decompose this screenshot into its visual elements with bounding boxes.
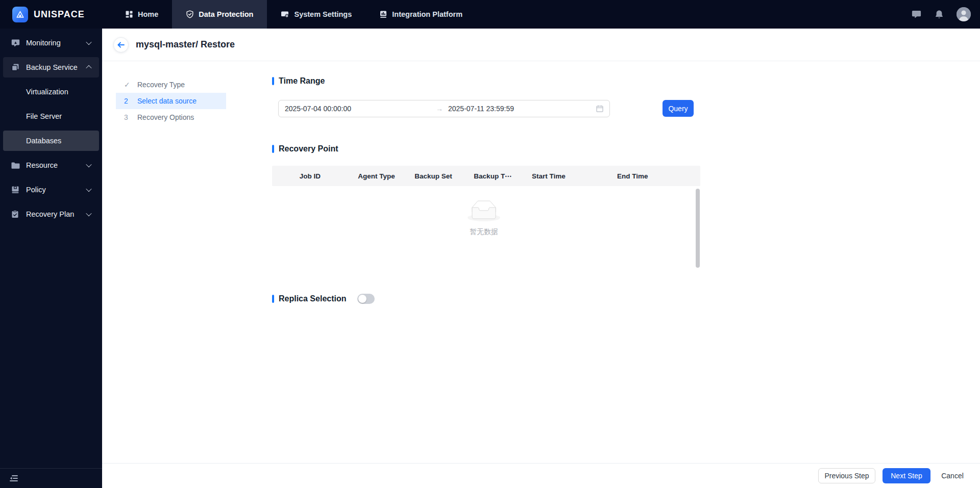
tab-integration-platform-label: Integration Platform <box>392 10 462 18</box>
recovery-point-section-title: Recovery Point <box>272 144 338 153</box>
wizard-footer: Previous Step Next Step Cancel <box>102 463 980 488</box>
column-header-backup-set: Backup Set <box>405 172 462 180</box>
empty-inbox-icon <box>468 200 500 223</box>
step-label: Recovery Type <box>137 81 185 89</box>
sidebar-item-label: Databases <box>26 137 93 145</box>
section-title-text: Recovery Point <box>279 144 338 153</box>
chevron-down-icon <box>86 211 91 216</box>
sidebar-item-file-server[interactable]: File Server <box>3 106 99 126</box>
chevron-up-icon <box>86 65 91 71</box>
tab-data-protection[interactable]: Data Protection <box>172 0 267 29</box>
query-button[interactable]: Query <box>663 100 694 117</box>
chat-icon[interactable] <box>911 9 922 19</box>
folder-icon <box>11 162 20 169</box>
replica-toggle-switch[interactable] <box>357 294 375 304</box>
shield-check-icon <box>186 10 194 18</box>
tab-integration-platform[interactable]: Integration Platform <box>365 0 476 29</box>
step-label: Select data source <box>137 97 197 105</box>
step-recovery-options[interactable]: 3 Recovery Options <box>116 109 226 125</box>
sidebar-item-label: Recovery Plan <box>26 210 87 218</box>
sidebar-item-label: Resource <box>26 161 87 169</box>
range-end-value[interactable]: 2025-07-11 23:59:59 <box>447 105 596 113</box>
check-icon: ✓ <box>124 81 137 89</box>
wizard-steps: ✓ Recovery Type 2 Select data source 3 R… <box>116 76 226 125</box>
arrow-right-icon: → <box>432 105 447 113</box>
user-avatar[interactable] <box>957 7 971 21</box>
sidebar-item-monitoring[interactable]: Monitoring <box>3 33 99 53</box>
column-header-backup-type: Backup T⋯ <box>462 172 524 180</box>
chevron-down-icon <box>86 162 91 167</box>
top-nav-tabs: Home Data Protection System Settings Int… <box>111 0 476 29</box>
mountain-logo-icon <box>12 7 28 22</box>
section-title-text: Time Range <box>279 76 325 86</box>
chevron-down-icon <box>86 186 91 192</box>
empty-text: 暂无数据 <box>272 227 696 237</box>
monitor-settings-icon <box>281 10 289 18</box>
step-select-data-source[interactable]: 2 Select data source <box>116 93 226 109</box>
grid-icon <box>125 10 133 18</box>
empty-state: 暂无数据 <box>272 200 696 237</box>
sidebar-item-label: Virtualization <box>26 88 93 96</box>
section-marker <box>272 295 274 303</box>
column-header-job-id: Job ID <box>272 172 348 180</box>
next-step-button[interactable]: Next Step <box>883 468 930 483</box>
sidebar-item-label: Monitoring <box>26 39 87 47</box>
back-button[interactable] <box>113 37 129 53</box>
column-header-end-time: End Time <box>609 172 696 180</box>
tab-system-settings[interactable]: System Settings <box>267 0 365 29</box>
sidebar-item-label: File Server <box>26 112 93 120</box>
app-root: UNISPACE Home Data Protection System Set… <box>0 0 980 488</box>
toggle-knob <box>358 295 366 303</box>
sidebar-item-resource[interactable]: Resource <box>3 155 99 175</box>
range-start-value[interactable]: 2025-07-04 00:00:00 <box>279 105 432 113</box>
sidebar-item-virtualization[interactable]: Virtualization <box>3 82 99 102</box>
sidebar-item-databases[interactable]: Databases <box>3 131 99 151</box>
sidebar: Monitoring Backup Service Virtualization… <box>0 29 102 488</box>
top-navbar: UNISPACE Home Data Protection System Set… <box>0 0 980 29</box>
sidebar-footer <box>0 468 102 488</box>
bar-chart-icon <box>379 10 387 18</box>
content: ✓ Recovery Type 2 Select data source 3 R… <box>102 61 980 463</box>
tab-data-protection-label: Data Protection <box>199 10 253 18</box>
table-scrollbar[interactable] <box>696 189 700 268</box>
step-recovery-type[interactable]: ✓ Recovery Type <box>116 76 226 93</box>
save-icon <box>11 186 20 194</box>
tab-system-settings-label: System Settings <box>294 10 352 18</box>
arrow-left-icon <box>117 41 125 48</box>
time-range-section-title: Time Range <box>272 76 325 86</box>
previous-step-button[interactable]: Previous Step <box>818 468 875 483</box>
column-header-start-time: Start Time <box>524 172 609 180</box>
clipboard-check-icon <box>11 210 20 218</box>
sidebar-menu: Monitoring Backup Service Virtualization… <box>0 29 102 226</box>
recovery-point-table: Job ID Agent Type Backup Set Backup T⋯ S… <box>272 166 700 271</box>
tab-home[interactable]: Home <box>111 0 172 29</box>
copy-icon <box>11 63 20 71</box>
section-marker <box>272 145 274 153</box>
table-body: 暂无数据 <box>272 186 700 271</box>
tab-home-label: Home <box>138 10 158 18</box>
sidebar-item-label: Policy <box>26 186 87 194</box>
chevron-down-icon <box>86 39 91 45</box>
step-number: 2 <box>124 97 137 105</box>
sidebar-item-policy[interactable]: Policy <box>3 179 99 200</box>
calendar-icon <box>596 105 609 112</box>
step-number: 3 <box>124 113 137 121</box>
bell-icon[interactable] <box>935 10 944 19</box>
topbar-actions <box>911 0 980 29</box>
step-label: Recovery Options <box>137 113 194 121</box>
sidebar-item-backup-service[interactable]: Backup Service <box>3 57 99 78</box>
sidebar-item-recovery-plan[interactable]: Recovery Plan <box>3 204 99 224</box>
brand: UNISPACE <box>0 0 102 29</box>
table-header-row: Job ID Agent Type Backup Set Backup T⋯ S… <box>272 166 700 186</box>
sidebar-item-label: Backup Service <box>26 63 87 71</box>
cancel-button[interactable]: Cancel <box>938 468 967 483</box>
replica-selection-section-title: Replica Selection <box>272 294 375 304</box>
page-title: mysql-master/ Restore <box>136 39 235 50</box>
main-panel: mysql-master/ Restore ✓ Recovery Type 2 … <box>102 29 980 488</box>
column-header-agent-type: Agent Type <box>348 172 405 180</box>
time-range-row: 2025-07-04 00:00:00 → 2025-07-11 23:59:5… <box>272 100 716 117</box>
section-marker <box>272 77 274 85</box>
page-header: mysql-master/ Restore <box>102 29 980 61</box>
menu-fold-icon[interactable] <box>9 474 18 482</box>
date-range-picker[interactable]: 2025-07-04 00:00:00 → 2025-07-11 23:59:5… <box>278 100 610 117</box>
